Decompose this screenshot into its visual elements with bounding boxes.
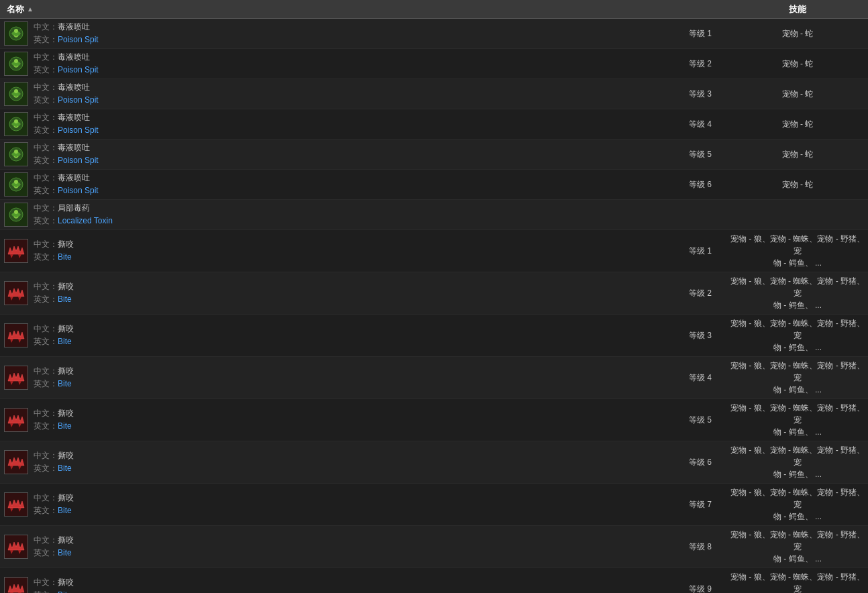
table-row[interactable]: 中文：撕咬 英文：Bite 等级 8 宠物 - 狼、宠物 - 蜘蛛、宠物 - 野… <box>0 526 868 568</box>
en-label: 英文： <box>34 548 58 557</box>
en-label: 英文： <box>34 186 58 195</box>
level-cell: 等级 7 <box>673 499 727 510</box>
table-row[interactable]: 中文：撕咬 英文：Bite 等级 7 宠物 - 狼、宠物 - 蜘蛛、宠物 - 野… <box>0 484 868 526</box>
level-cell: 等级 2 <box>673 58 727 70</box>
col-name-cell: 中文：毒液喷吐 英文：Poison Spit <box>0 19 673 48</box>
level-cell: 等级 3 <box>673 89 727 100</box>
table-row[interactable]: 中文：毒液喷吐 英文：Poison Spit 等级 1 宠物 - 蛇 <box>0 19 868 49</box>
name-block: 中文：撕咬 英文：Bite <box>34 408 74 432</box>
name-block: 中文：毒液喷吐 英文：Poison Spit <box>34 142 99 166</box>
name-cn: 中文：撕咬 <box>34 450 74 462</box>
table-row[interactable]: 中文：毒液喷吐 英文：Poison Spit 等级 5 宠物 - 蛇 <box>0 140 868 170</box>
table-row[interactable]: 中文：撕咬 英文：Bite 等级 1 宠物 - 狼、宠物 - 蜘蛛、宠物 - 野… <box>0 230 868 272</box>
cn-value: 撕咬 <box>58 366 74 376</box>
cn-value: 撕咬 <box>58 282 74 291</box>
skill-icon <box>4 52 28 76</box>
en-label: 英文： <box>34 379 58 388</box>
name-block: 中文：撕咬 英文：Bite <box>34 323 74 347</box>
name-en: 英文：Bite <box>34 421 74 432</box>
skill-icon <box>4 172 28 197</box>
cn-value: 毒液喷吐 <box>58 52 90 62</box>
cn-value: 撕咬 <box>58 409 74 418</box>
name-en: 英文：Bite <box>34 505 74 517</box>
name-cn: 中文：撕咬 <box>34 577 74 588</box>
level-cell: 等级 1 <box>673 246 727 257</box>
cn-label: 中文： <box>34 282 58 291</box>
svg-point-14 <box>14 150 18 154</box>
cn-label: 中文： <box>34 239 58 249</box>
level-cell: 等级 3 <box>673 330 727 341</box>
skill-cell: 宠物 - 狼、宠物 - 蜘蛛、宠物 - 野猪、宠物 - 鳄鱼、 ... <box>727 526 868 568</box>
en-value: Bite <box>58 252 72 262</box>
level-cell: 等级 8 <box>673 541 727 553</box>
skill-icon <box>4 408 28 432</box>
col-name-header[interactable]: 名称 ▲ <box>0 3 727 15</box>
name-block: 中文：撕咬 英文：Bite <box>34 535 74 559</box>
skill-icon <box>4 492 28 517</box>
table-row[interactable]: 中文：撕咬 英文：Bite 等级 5 宠物 - 狼、宠物 - 蜘蛛、宠物 - 野… <box>0 399 868 441</box>
table-row[interactable]: 中文：局部毒药 英文：Localized Toxin <box>0 200 868 230</box>
name-block: 中文：撕咬 英文：Bite <box>34 492 74 517</box>
table-header: 名称 ▲ 技能 <box>0 0 868 19</box>
en-value: Poison Spit <box>58 125 99 135</box>
table-row[interactable]: 中文：撕咬 英文：Bite 等级 4 宠物 - 狼、宠物 - 蜘蛛、宠物 - 野… <box>0 357 868 399</box>
col-name-label: 名称 <box>7 3 24 15</box>
table-row[interactable]: 中文：毒液喷吐 英文：Poison Spit 等级 3 宠物 - 蛇 <box>0 79 868 109</box>
name-en: 英文：Bite <box>34 336 74 347</box>
en-label: 英文： <box>34 421 58 431</box>
table-row[interactable]: 中文：撕咬 英文：Bite 等级 9 宠物 - 狼、宠物 - 蜘蛛、宠物 - 野… <box>0 568 868 593</box>
cn-label: 中文： <box>34 493 58 502</box>
cn-value: 毒液喷吐 <box>58 22 90 32</box>
en-value: Poison Spit <box>58 95 99 105</box>
name-en: 英文：Poison Spit <box>34 125 99 136</box>
name-cn: 中文：撕咬 <box>34 239 74 250</box>
cn-label: 中文： <box>34 52 58 62</box>
name-en: 英文：Bite <box>34 294 74 305</box>
sort-arrow[interactable]: ▲ <box>27 5 34 13</box>
cn-label: 中文： <box>34 578 58 587</box>
en-label: 英文： <box>34 252 58 262</box>
en-value: Localized Toxin <box>58 216 113 225</box>
en-value: Bite <box>58 506 72 515</box>
table-row[interactable]: 中文：撕咬 英文：Bite 等级 6 宠物 - 狼、宠物 - 蜘蛛、宠物 - 野… <box>0 441 868 484</box>
name-cn: 中文：毒液喷吐 <box>34 52 99 63</box>
en-value: Bite <box>58 294 72 304</box>
skill-icon <box>4 203 28 227</box>
name-en: 英文：Bite <box>34 463 74 474</box>
col-name-cell: 中文：撕咬 英文：Bite <box>0 405 673 435</box>
table-row[interactable]: 中文：毒液喷吐 英文：Poison Spit 等级 4 宠物 - 蛇 <box>0 109 868 140</box>
cn-label: 中文： <box>34 203 58 213</box>
cn-label: 中文： <box>34 83 58 92</box>
svg-point-20 <box>14 210 18 214</box>
col-skill-header: 技能 <box>727 3 868 15</box>
level-cell: 等级 6 <box>673 457 727 468</box>
name-en: 英文：Bite <box>34 378 74 390</box>
level-cell: 等级 9 <box>673 584 727 594</box>
name-cn: 中文：撕咬 <box>34 366 74 377</box>
name-cn: 中文：撕咬 <box>34 323 74 335</box>
table-row[interactable]: 中文：毒液喷吐 英文：Poison Spit 等级 2 宠物 - 蛇 <box>0 49 868 79</box>
name-en: 英文：Poison Spit <box>34 155 99 166</box>
table-row[interactable]: 中文：撕咬 英文：Bite 等级 2 宠物 - 狼、宠物 - 蜘蛛、宠物 - 野… <box>0 272 868 315</box>
en-label: 英文： <box>34 464 58 473</box>
skill-cell <box>727 212 868 217</box>
name-block: 中文：毒液喷吐 英文：Poison Spit <box>34 172 99 197</box>
name-cn: 中文：局部毒药 <box>34 203 113 214</box>
level-cell: 等级 5 <box>673 415 727 426</box>
cn-value: 毒液喷吐 <box>58 113 90 122</box>
en-label: 英文： <box>34 216 58 225</box>
cn-label: 中文： <box>34 113 58 122</box>
name-en: 英文：Localized Toxin <box>34 215 113 227</box>
table-row[interactable]: 中文：毒液喷吐 英文：Poison Spit 等级 6 宠物 - 蛇 <box>0 170 868 200</box>
col-name-cell: 中文：撕咬 英文：Bite <box>0 236 673 266</box>
skill-cell: 宠物 - 狼、宠物 - 蜘蛛、宠物 - 野猪、宠物 - 鳄鱼、 ... <box>727 441 868 483</box>
level-cell: 等级 4 <box>673 372 727 384</box>
cn-label: 中文： <box>34 409 58 418</box>
svg-point-17 <box>14 180 18 184</box>
skill-icon <box>4 21 28 46</box>
table-row[interactable]: 中文：撕咬 英文：Bite 等级 3 宠物 - 狼、宠物 - 蜘蛛、宠物 - 野… <box>0 315 868 357</box>
col-name-cell: 中文：局部毒药 英文：Localized Toxin <box>0 200 673 229</box>
name-block: 中文：局部毒药 英文：Localized Toxin <box>34 203 113 227</box>
name-block: 中文：毒液喷吐 英文：Poison Spit <box>34 52 99 76</box>
skill-cell: 宠物 - 狼、宠物 - 蜘蛛、宠物 - 野猪、宠物 - 鳄鱼、 ... <box>727 568 868 593</box>
